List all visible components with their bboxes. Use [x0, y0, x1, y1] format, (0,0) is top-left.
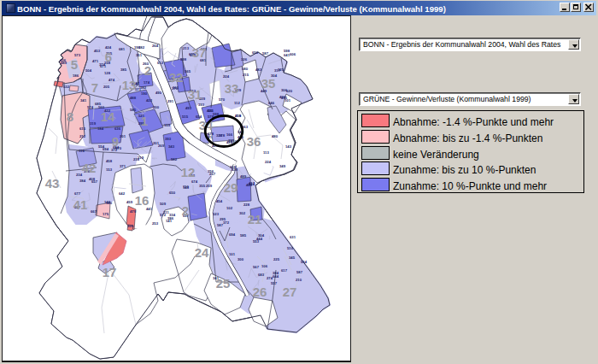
svg-text:27: 27	[283, 285, 297, 299]
svg-text:196: 196	[134, 45, 141, 50]
svg-text:615: 615	[79, 126, 86, 131]
svg-text:532: 532	[63, 85, 70, 89]
svg-text:510: 510	[287, 246, 294, 250]
svg-text:384: 384	[79, 179, 86, 183]
svg-text:403: 403	[246, 183, 253, 187]
svg-text:264: 264	[152, 44, 159, 48]
svg-text:585: 585	[130, 108, 137, 112]
svg-text:657: 657	[91, 179, 98, 184]
svg-text:572: 572	[160, 213, 167, 217]
svg-text:184: 184	[97, 126, 104, 131]
svg-text:515: 515	[182, 114, 189, 119]
svg-text:582: 582	[171, 157, 178, 161]
svg-text:636: 636	[114, 126, 121, 131]
svg-text:554: 554	[301, 260, 308, 264]
svg-text:215: 215	[243, 73, 249, 77]
svg-text:683: 683	[258, 273, 265, 277]
svg-text:106: 106	[261, 264, 268, 268]
svg-text:646: 646	[268, 101, 275, 105]
svg-text:228: 228	[243, 203, 250, 207]
svg-text:459: 459	[126, 200, 133, 204]
svg-text:253: 253	[152, 221, 159, 226]
svg-text:458: 458	[106, 159, 113, 163]
svg-text:153: 153	[106, 167, 113, 172]
svg-text:5: 5	[71, 57, 78, 72]
svg-text:674: 674	[191, 179, 198, 184]
svg-text:650: 650	[252, 50, 259, 55]
svg-text:489: 489	[240, 174, 247, 179]
svg-text:33: 33	[225, 81, 239, 96]
svg-text:35: 35	[261, 76, 276, 91]
svg-text:238: 238	[133, 157, 140, 161]
svg-text:13: 13	[122, 78, 137, 92]
svg-text:351: 351	[136, 53, 143, 57]
svg-text:186: 186	[73, 73, 79, 78]
svg-text:302: 302	[239, 211, 246, 215]
svg-text:474: 474	[108, 78, 115, 82]
svg-text:489: 489	[61, 61, 67, 65]
svg-text:1: 1	[141, 114, 148, 128]
svg-text:210: 210	[296, 278, 302, 282]
svg-text:16: 16	[135, 193, 150, 208]
svg-text:142: 142	[104, 200, 111, 204]
svg-text:224: 224	[265, 160, 272, 164]
svg-text:213: 213	[183, 46, 190, 50]
svg-text:567: 567	[253, 265, 260, 269]
svg-text:31: 31	[188, 87, 202, 102]
svg-text:269: 269	[158, 144, 165, 148]
svg-text:201: 201	[120, 134, 126, 138]
svg-text:393: 393	[198, 103, 205, 107]
svg-text:587: 587	[217, 223, 224, 227]
svg-text:523: 523	[213, 212, 220, 216]
svg-text:371: 371	[120, 164, 126, 168]
svg-text:225: 225	[273, 257, 280, 261]
svg-text:565: 565	[185, 69, 191, 73]
svg-text:345: 345	[289, 255, 296, 260]
svg-text:41: 41	[73, 197, 88, 212]
svg-text:471: 471	[92, 59, 99, 63]
svg-text:620: 620	[286, 89, 293, 93]
svg-text:341: 341	[80, 98, 87, 103]
svg-text:557: 557	[271, 281, 278, 285]
svg-text:300: 300	[237, 257, 244, 261]
svg-text:694: 694	[103, 147, 109, 151]
svg-text:295: 295	[220, 217, 226, 221]
svg-text:291: 291	[167, 99, 174, 103]
svg-text:642: 642	[119, 191, 126, 196]
svg-text:305: 305	[127, 224, 134, 228]
svg-text:190: 190	[141, 91, 148, 96]
svg-text:415: 415	[281, 96, 288, 100]
svg-text:574: 574	[87, 105, 94, 109]
svg-text:439: 439	[232, 167, 238, 172]
svg-text:319: 319	[90, 121, 97, 126]
svg-text:24: 24	[195, 245, 209, 260]
svg-text:259: 259	[206, 184, 213, 188]
svg-text:8: 8	[67, 109, 73, 124]
svg-text:384: 384	[273, 271, 279, 275]
svg-text:25: 25	[216, 276, 231, 291]
svg-text:112: 112	[234, 101, 240, 105]
svg-text:493: 493	[185, 106, 192, 110]
svg-text:393: 393	[165, 137, 172, 141]
svg-text:17: 17	[103, 265, 117, 279]
svg-text:612: 612	[157, 61, 164, 65]
svg-text:587: 587	[262, 51, 269, 56]
svg-text:454: 454	[216, 199, 223, 203]
svg-text:12: 12	[181, 165, 196, 179]
svg-text:128: 128	[104, 71, 111, 75]
svg-text:42: 42	[82, 161, 97, 175]
svg-text:343: 343	[168, 144, 175, 149]
svg-text:617: 617	[281, 268, 288, 273]
svg-text:488: 488	[130, 96, 137, 100]
svg-text:2: 2	[182, 203, 189, 218]
svg-text:504: 504	[85, 68, 92, 73]
svg-text:580: 580	[242, 67, 249, 71]
svg-text:200: 200	[153, 105, 160, 109]
svg-text:178: 178	[219, 133, 226, 138]
svg-text:587: 587	[296, 270, 303, 274]
svg-text:32: 32	[169, 70, 184, 85]
svg-text:317: 317	[274, 68, 281, 73]
svg-text:385: 385	[120, 68, 127, 72]
svg-text:43: 43	[45, 176, 60, 191]
svg-text:143: 143	[183, 185, 190, 190]
